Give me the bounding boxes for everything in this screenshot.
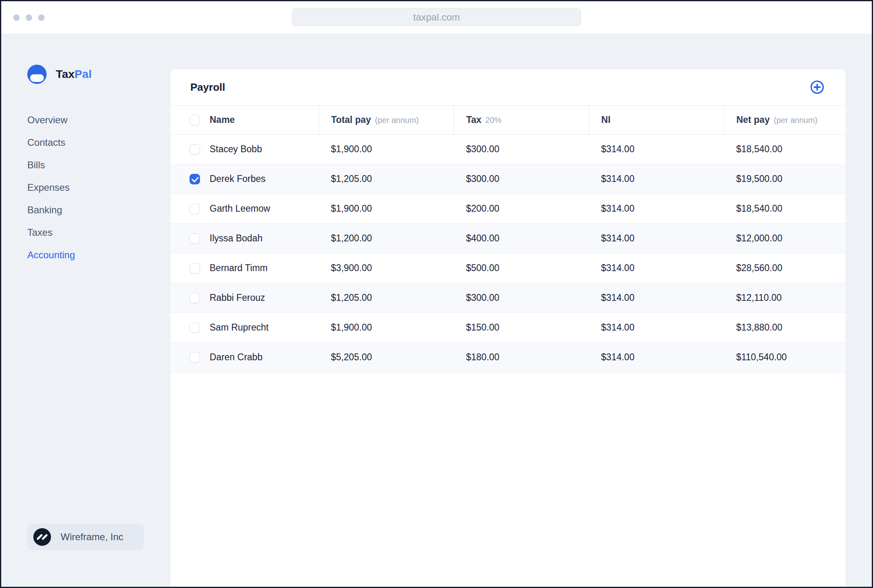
tax-value: $400.00 (454, 224, 589, 253)
net-pay-value: $110,540.00 (724, 343, 846, 372)
window-controls (13, 14, 45, 21)
payroll-card-header: Payroll (170, 69, 846, 105)
tax-value: $500.00 (454, 253, 589, 283)
employee-name: Stacey Bobb (210, 144, 262, 155)
table-row[interactable]: Derek Forbes $1,205.00 $300.00 $314.00 $… (170, 164, 846, 194)
ni-value: $314.00 (589, 194, 724, 224)
plus-circle-icon (810, 80, 825, 95)
employee-name: Derek Forbes (210, 174, 265, 184)
table-row[interactable]: Ilyssa Bodah $1,200.00 $400.00 $314.00 $… (170, 224, 846, 253)
tax-value: $150.00 (454, 313, 589, 343)
sidebar-item-taxes[interactable]: Taxes (27, 221, 170, 244)
net-pay-value: $19,500.00 (724, 164, 846, 194)
sidebar-item-accounting[interactable]: Accounting (27, 244, 170, 266)
sidebar-item-contacts[interactable]: Contacts (27, 131, 170, 154)
main-content: Payroll (170, 34, 872, 587)
row-checkbox[interactable] (190, 233, 200, 244)
row-checkbox[interactable] (190, 174, 200, 184)
browser-chrome: taxpal.com (1, 1, 872, 34)
column-header-net-pay: Net pay(per annum) (724, 106, 846, 135)
net-pay-value: $28,560.00 (724, 253, 846, 283)
column-header-ni: NI (589, 106, 724, 135)
tax-value: $300.00 (454, 283, 589, 313)
org-name: Wireframe, Inc (61, 531, 123, 543)
total-pay-value: $5,205.00 (319, 343, 454, 372)
total-pay-value: $1,200.00 (319, 224, 454, 253)
net-pay-value: $12,000.00 (724, 224, 846, 253)
net-pay-value: $12,110.00 (724, 283, 846, 313)
table-row[interactable]: Rabbi Ferouz $1,205.00 $300.00 $314.00 $… (170, 283, 846, 313)
row-checkbox[interactable] (190, 352, 200, 363)
ni-value: $314.00 (589, 135, 724, 164)
taxpal-logo[interactable]: TaxPal (27, 65, 170, 84)
net-pay-value: $13,880.00 (724, 313, 846, 343)
table-row[interactable]: Garth Leemow $1,900.00 $200.00 $314.00 $… (170, 194, 846, 224)
sidebar-item-expenses[interactable]: Expenses (27, 176, 170, 199)
total-pay-value: $1,900.00 (319, 194, 454, 224)
column-header-tax: Tax20% (454, 106, 589, 135)
tax-value: $300.00 (454, 164, 589, 194)
tax-value: $300.00 (454, 135, 589, 164)
total-pay-value: $3,900.00 (319, 253, 454, 283)
employee-name: Garth Leemow (210, 203, 270, 214)
row-checkbox[interactable] (190, 144, 200, 155)
table-row[interactable]: Bernard Timm $3,900.00 $500.00 $314.00 $… (170, 253, 846, 283)
row-checkbox[interactable] (190, 323, 200, 333)
employee-name: Ilyssa Bodah (210, 233, 263, 244)
ni-value: $314.00 (589, 253, 724, 283)
table-row[interactable]: Sam Ruprecht $1,900.00 $150.00 $314.00 $… (170, 313, 846, 343)
tax-value: $200.00 (454, 194, 589, 224)
ni-value: $314.00 (589, 164, 724, 194)
org-switcher[interactable]: Wireframe, Inc (27, 524, 144, 550)
sidebar-item-bills[interactable]: Bills (27, 154, 170, 176)
tax-value: $180.00 (454, 343, 589, 372)
brand-name: TaxPal (56, 68, 92, 81)
employee-name: Daren Crabb (210, 352, 263, 363)
window-dot-icon (13, 14, 20, 21)
column-header-total-pay: Total pay(per annum) (319, 106, 454, 135)
table-row[interactable]: Stacey Bobb $1,900.00 $300.00 $314.00 $1… (170, 135, 846, 164)
employee-name: Sam Ruprecht (210, 322, 269, 333)
payroll-table: Name Total pay(per annum) Tax20% NI Net … (170, 105, 846, 372)
sidebar-nav: OverviewContactsBillsExpensesBankingTaxe… (27, 109, 170, 266)
ni-value: $314.00 (589, 313, 724, 343)
address-bar[interactable]: taxpal.com (292, 8, 581, 26)
employee-name: Bernard Timm (210, 263, 267, 274)
employee-name: Rabbi Ferouz (210, 292, 265, 303)
column-header-name: Name (170, 106, 319, 135)
total-pay-value: $1,900.00 (319, 313, 454, 343)
sidebar-item-overview[interactable]: Overview (27, 109, 170, 131)
wireframe-logo-icon (33, 528, 51, 546)
window-dot-icon (38, 14, 45, 21)
select-all-checkbox[interactable] (190, 115, 200, 125)
row-checkbox[interactable] (190, 204, 200, 214)
total-pay-value: $1,205.00 (319, 283, 454, 313)
ni-value: $314.00 (589, 343, 724, 372)
screenshot-frame: taxpal.com TaxPal OverviewContactsBillsE… (0, 0, 873, 588)
total-pay-value: $1,900.00 (319, 135, 454, 164)
row-checkbox[interactable] (190, 293, 200, 303)
payroll-card: Payroll (170, 69, 846, 587)
address-bar-url: taxpal.com (413, 12, 460, 23)
sidebar-item-banking[interactable]: Banking (27, 199, 170, 221)
row-checkbox[interactable] (190, 263, 200, 274)
add-payroll-button[interactable] (810, 80, 825, 95)
taxpal-logo-icon (27, 65, 47, 84)
net-pay-value: $18,540.00 (724, 135, 846, 164)
table-header-row: Name Total pay(per annum) Tax20% NI Net … (170, 106, 846, 135)
table-row[interactable]: Daren Crabb $5,205.00 $180.00 $314.00 $1… (170, 343, 846, 372)
ni-value: $314.00 (589, 283, 724, 313)
page-title: Payroll (190, 81, 225, 94)
total-pay-value: $1,205.00 (319, 164, 454, 194)
net-pay-value: $18,540.00 (724, 194, 846, 224)
ni-value: $314.00 (589, 224, 724, 253)
window-dot-icon (26, 14, 32, 21)
sidebar: TaxPal OverviewContactsBillsExpensesBank… (1, 34, 170, 587)
